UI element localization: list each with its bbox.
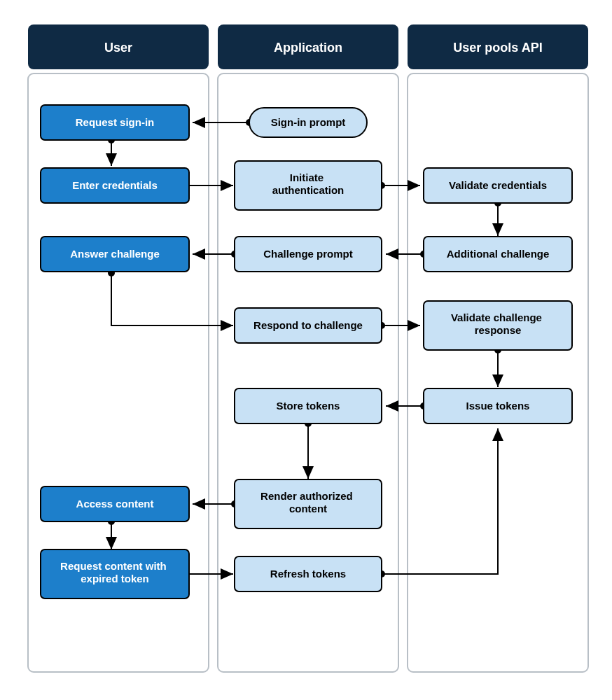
node-sign-in-prompt-label: Sign-in prompt — [271, 116, 346, 128]
node-challenge-prompt: Challenge prompt — [235, 237, 382, 272]
node-validate-challenge-response: Validate challenge response — [424, 301, 572, 350]
node-initiate-authentication: Initiate authentication — [235, 161, 382, 210]
node-issue-tokens-label: Issue tokens — [466, 400, 530, 412]
node-validate-challenge-response-label-1: Validate challenge — [451, 312, 542, 323]
node-render-authorized-content-label-2: content — [289, 503, 327, 514]
node-issue-tokens: Issue tokens — [424, 388, 572, 424]
node-respond-to-challenge-label: Respond to challenge — [253, 319, 363, 331]
node-validate-challenge-response-label-2: response — [475, 324, 522, 336]
node-request-content-expired-token-label-1: Request content with — [60, 560, 167, 572]
node-access-content-label: Access content — [76, 498, 154, 510]
node-initiate-authentication-label-1: Initiate — [290, 172, 324, 183]
node-render-authorized-content-label-1: Render authorized — [260, 490, 353, 502]
node-additional-challenge-label: Additional challenge — [447, 248, 550, 260]
node-render-authorized-content: Render authorized content — [235, 479, 382, 528]
node-request-content-expired-token: Request content with expired token — [41, 550, 189, 598]
node-request-sign-in-label: Request sign-in — [76, 116, 155, 128]
node-enter-credentials: Enter credentials — [41, 168, 189, 203]
node-validate-credentials-label: Validate credentials — [449, 179, 547, 191]
node-answer-challenge-label: Answer challenge — [70, 248, 160, 260]
node-store-tokens: Store tokens — [235, 388, 382, 424]
node-request-sign-in: Request sign-in — [41, 105, 189, 140]
lane-api-header: User pools API — [453, 41, 542, 55]
node-validate-credentials: Validate credentials — [424, 168, 572, 203]
node-request-content-expired-token-label-2: expired token — [81, 573, 149, 584]
lane-user-header: User — [104, 41, 132, 55]
node-enter-credentials-label: Enter credentials — [72, 179, 158, 191]
node-refresh-tokens: Refresh tokens — [235, 556, 382, 592]
node-access-content: Access content — [41, 486, 189, 522]
flowchart: User Application User pools API — [0, 0, 612, 700]
node-answer-challenge: Answer challenge — [41, 237, 189, 272]
node-refresh-tokens-label: Refresh tokens — [270, 568, 346, 580]
node-sign-in-prompt: Sign-in prompt — [249, 108, 367, 137]
node-additional-challenge: Additional challenge — [424, 237, 572, 272]
node-initiate-authentication-label-2: authentication — [272, 184, 345, 196]
node-challenge-prompt-label: Challenge prompt — [263, 248, 353, 260]
lane-application-header: Application — [274, 41, 342, 55]
node-respond-to-challenge: Respond to challenge — [235, 308, 382, 343]
node-store-tokens-label: Store tokens — [277, 400, 340, 412]
